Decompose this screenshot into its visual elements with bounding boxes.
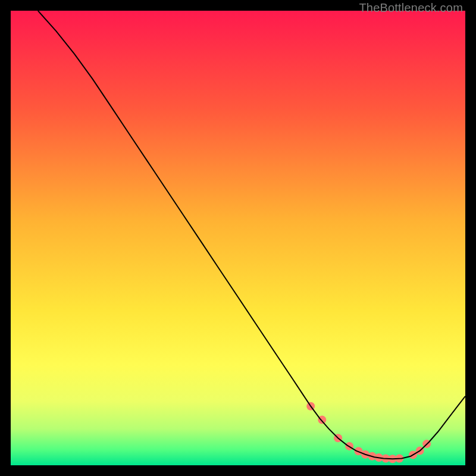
watermark-text: TheBottleneck.com — [359, 1, 463, 15]
gradient-background — [11, 11, 465, 465]
chart-frame — [11, 11, 465, 465]
chart-svg — [11, 11, 465, 465]
